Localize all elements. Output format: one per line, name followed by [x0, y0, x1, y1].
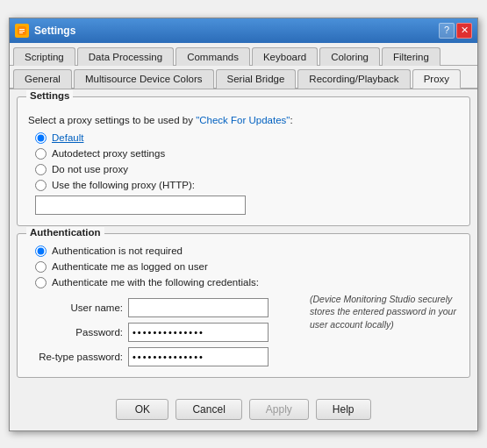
tab-filtering[interactable]: Filtering — [382, 47, 440, 66]
titlebar-left: Settings — [15, 24, 75, 38]
tab-keyboard[interactable]: Keyboard — [252, 47, 318, 66]
radio-auth-credentials: Authenticate me with the following crede… — [35, 277, 459, 288]
auth-note: (Device Monitoring Studio securely store… — [310, 293, 459, 331]
settings-window: Settings ? ✕ Scripting Data Processing C… — [9, 18, 478, 431]
cancel-button[interactable]: Cancel — [175, 399, 241, 420]
tab-row-1: Scripting Data Processing Commands Keybo… — [10, 43, 477, 66]
radio-default-input[interactable] — [35, 132, 47, 144]
proxy-note-link: "Check For Updates" — [196, 115, 290, 125]
radio-auth-logged-on-label: Authenticate me as logged on user — [52, 261, 208, 272]
radio-auth-not-required: Authentication is not required — [35, 245, 459, 257]
radio-autodetect-input[interactable] — [35, 148, 47, 160]
tab-scripting[interactable]: Scripting — [13, 47, 75, 66]
radio-autodetect: Autodetect proxy settings — [35, 148, 459, 160]
help-button[interactable]: Help — [316, 399, 371, 420]
titlebar-buttons: ? ✕ — [439, 23, 472, 39]
radio-following-proxy-input[interactable] — [35, 180, 47, 191]
tab-proxy[interactable]: Proxy — [412, 69, 461, 89]
tab-row-2: General Multisource Device Colors Serial… — [10, 66, 477, 89]
radio-auth-credentials-label: Authenticate me with the following crede… — [52, 277, 259, 288]
radio-following-proxy: Use the following proxy (HTTP): — [35, 180, 459, 191]
tab-recording-playback[interactable]: Recording/Playback — [297, 69, 410, 89]
tab-general[interactable]: General — [13, 69, 72, 89]
retype-password-label: Re-type password: — [35, 352, 123, 362]
retype-password-row: Re-type password: — [35, 347, 301, 366]
username-input[interactable] — [128, 298, 269, 317]
radio-auth-logged-on: Authenticate me as logged on user — [35, 261, 459, 273]
radio-auth-credentials-input[interactable] — [35, 277, 47, 288]
tab-data-processing[interactable]: Data Processing — [77, 47, 174, 66]
radio-autodetect-label: Autodetect proxy settings — [52, 148, 165, 159]
settings-group-title: Settings — [26, 90, 73, 101]
bottom-buttons: OK Cancel Apply Help — [10, 392, 477, 430]
tab-serial-bridge[interactable]: Serial Bridge — [216, 69, 297, 89]
password-label: Password: — [35, 327, 123, 338]
svg-rect-1 — [19, 29, 25, 30]
username-label: User name: — [35, 302, 123, 313]
radio-no-proxy-input[interactable] — [35, 164, 47, 175]
tab-coloring[interactable]: Coloring — [319, 47, 380, 66]
proxy-url-row — [35, 196, 459, 215]
apply-button[interactable]: Apply — [249, 399, 309, 420]
tab-multisource[interactable]: Multisource Device Colors — [74, 69, 214, 89]
radio-no-proxy: Do not use proxy — [35, 164, 459, 175]
help-titlebar-button[interactable]: ? — [439, 23, 455, 39]
fields-area: User name: Password: Re-type password: — [28, 293, 301, 366]
password-row: Password: — [35, 323, 301, 342]
content-area: Settings Select a proxy settings to be u… — [10, 89, 477, 392]
radio-auth-not-required-label: Authentication is not required — [52, 245, 183, 256]
settings-group: Settings Select a proxy settings to be u… — [17, 96, 470, 226]
radio-default: Default — [35, 132, 459, 144]
radio-auth-not-required-input[interactable] — [35, 245, 47, 257]
retype-password-input[interactable] — [128, 347, 269, 366]
titlebar: Settings ? ✕ — [10, 18, 477, 43]
credentials-area: User name: Password: Re-type password: (… — [28, 293, 459, 366]
auth-group-title: Authentication — [26, 227, 104, 238]
username-row: User name: — [35, 298, 301, 317]
radio-following-proxy-label: Use the following proxy (HTTP): — [52, 180, 195, 190]
radio-auth-logged-on-input[interactable] — [35, 261, 47, 273]
tab-commands[interactable]: Commands — [175, 47, 250, 66]
auth-group: Authentication Authentication is not req… — [17, 233, 470, 378]
app-icon — [15, 24, 29, 38]
svg-rect-2 — [19, 31, 25, 32]
svg-rect-3 — [19, 32, 23, 33]
proxy-note: Select a proxy settings to be used by "C… — [28, 115, 459, 125]
proxy-url-input[interactable] — [35, 196, 246, 215]
window-title: Settings — [34, 25, 75, 37]
close-titlebar-button[interactable]: ✕ — [456, 23, 472, 39]
radio-no-proxy-label: Do not use proxy — [52, 164, 128, 174]
ok-button[interactable]: OK — [116, 399, 168, 420]
radio-default-label: Default — [52, 132, 83, 143]
password-input[interactable] — [128, 323, 269, 342]
